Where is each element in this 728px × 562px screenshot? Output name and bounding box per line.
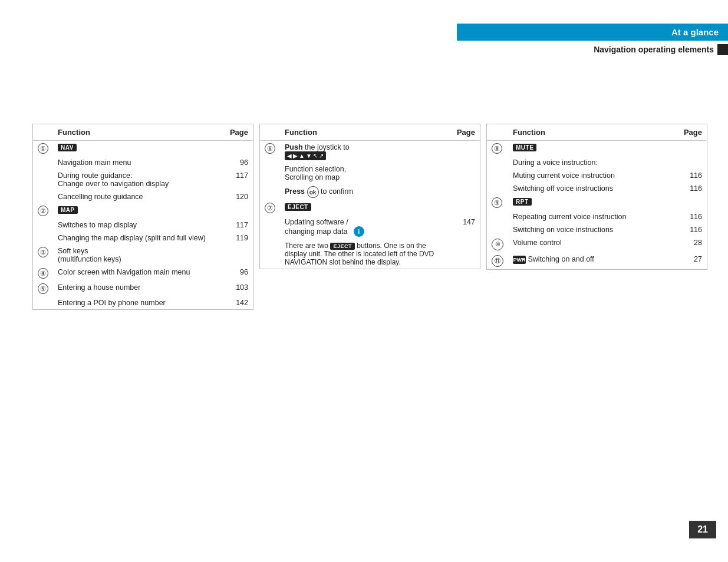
page-number: 21 [689,521,716,538]
row5-page2: 142 [225,296,253,309]
row9-item1: Repeating current voice instruction [508,210,679,223]
table-row: ⑨ RPT [487,195,707,210]
row4-page1: 96 [225,266,253,281]
row8-item0: During a voice instruction: [508,156,679,169]
row6-num: ⑥ [260,141,280,163]
row2-num: ② [33,203,53,219]
rpt-badge: RPT [513,198,532,206]
mute-badge: MUTE [513,144,536,151]
arrow-upright-icon: ↗ [319,153,324,159]
row6-press-ok: Press ok to confirm [280,184,452,200]
table-row: ⑩ Volume control 28 [487,236,707,253]
t3-num-header [487,124,508,141]
table-row: Entering a POI by phone number 142 [33,296,253,309]
row4-item1: Color screen with Navigation main menu [53,266,225,281]
row2-page1: 117 [225,219,253,232]
row2-badge-cell: MAP [53,203,225,219]
table2-wrapper: Function Page ⑥ Push the joystick to ◀ ▶… [259,124,480,269]
table-row: ⑦ EJECT [260,200,480,216]
row1-badge-cell: NAV [53,141,225,157]
eject-badge: EJECT [285,203,311,211]
row5-num: ⑤ [33,281,53,296]
arrow-left-icon: ◀ [287,153,292,159]
table1-wrapper: Function Page ① NAV Navigation main menu [32,124,253,310]
table-row: There are two EJECT buttons. One is on t… [260,239,480,269]
table-row: ① NAV [33,141,253,157]
row5-item2: Entering a POI by phone number [53,296,225,309]
row3-item1: Soft keys(multifunction keys) [53,244,225,266]
map-badge: MAP [58,206,78,214]
t3-function-header: Function [508,124,679,141]
table-row: ⑤ Entering a house number 103 [33,281,253,296]
row8-page2: 116 [679,182,707,195]
arrow-right-icon: ▶ [293,153,298,159]
row9-item2: Switching on voice instructions [508,223,679,236]
arrow-up-icon: ▲ [299,153,305,159]
row4-num: ④ [33,266,53,281]
nav-title-text: Navigation operating elements [594,45,714,54]
row9-num: ⑨ [487,195,508,210]
table-row: ⑧ MUTE [487,141,707,157]
row10-page1: 28 [679,236,707,253]
row6-push: Push the joystick to ◀ ▶ ▲ ▼ ↖ ↗ [280,141,452,163]
row7-badge-cell: EJECT [280,200,452,216]
eject-badge2: EJECT [330,243,355,250]
row1-num: ① [33,141,53,157]
row8-num: ⑧ [487,141,508,157]
table-row: Press ok to confirm [260,184,480,200]
row8-item1: Muting current voice instruction [508,169,679,182]
t2-function-header: Function [280,124,452,141]
table-row: Updating software /changing map data i 1… [260,216,480,239]
table-row: Switching on voice instructions 116 [487,223,707,236]
table-row: Switches to map display 117 [33,219,253,232]
row11-page1: 27 [679,253,707,269]
table1: Function Page ① NAV Navigation main menu [33,124,253,309]
t2-page-header: Page [452,124,480,141]
t3-page-header: Page [679,124,707,141]
tables-area: Function Page ① NAV Navigation main menu [32,124,707,310]
row2-item2: Changing the map display (split and full… [53,232,225,244]
row2-item1: Switches to map display [53,219,225,232]
row7-item1: Updating software /changing map data i [280,216,452,239]
row2-page2: 119 [225,232,253,244]
row11-num: ⑪ [487,253,508,269]
row8-item2: Switching off voice instructions [508,182,679,195]
row9-page2: 116 [679,223,707,236]
pwr-icon: PWR [513,256,526,264]
row1-page2: 117 [225,169,253,190]
table-row: Muting current voice instruction 116 [487,169,707,182]
row1-page3: 120 [225,190,253,203]
row10-num: ⑩ [487,236,508,253]
table-row: Repeating current voice instruction 116 [487,210,707,223]
row10-item1: Volume control [508,236,679,253]
row8-badge-cell: MUTE [508,141,679,157]
row9-page1: 116 [679,210,707,223]
table3: Function Page ⑧ MUTE During a voice inst… [487,124,707,269]
table-row: Changing the map display (split and full… [33,232,253,244]
table3-wrapper: Function Page ⑧ MUTE During a voice inst… [486,124,707,270]
at-a-glance-label: At a glance [671,27,719,37]
row5-page1: 103 [225,281,253,296]
row1-item2: During route guidance:Change over to nav… [53,169,225,190]
row3-num: ③ [33,244,53,266]
nav-operating-title: Navigation operating elements [457,44,728,55]
row5-item1: Entering a house number [53,281,225,296]
t1-page-header: Page [225,124,253,141]
table2: Function Page ⑥ Push the joystick to ◀ ▶… [260,124,480,269]
at-a-glance-bar: At a glance [457,24,728,41]
table-row: Cancelling route guidance 120 [33,190,253,203]
table-row: ③ Soft keys(multifunction keys) [33,244,253,266]
table-row: Switching off voice instructions 116 [487,182,707,195]
info-icon: i [354,226,364,237]
tables-wrapper: Function Page ① NAV Navigation main menu [32,124,707,310]
table-row: ② MAP [33,203,253,219]
table-row: Function selection,Scrolling on map [260,163,480,184]
row8-page1: 116 [679,169,707,182]
t2-num-header [260,124,280,141]
arrow-down-icon: ▼ [306,153,312,159]
table-row: During route guidance:Change over to nav… [33,169,253,190]
table-row: During a voice instruction: [487,156,707,169]
row1-page1: 96 [225,156,253,169]
table-row: ④ Color screen with Navigation main menu… [33,266,253,281]
row1-item3: Cancelling route guidance [53,190,225,203]
